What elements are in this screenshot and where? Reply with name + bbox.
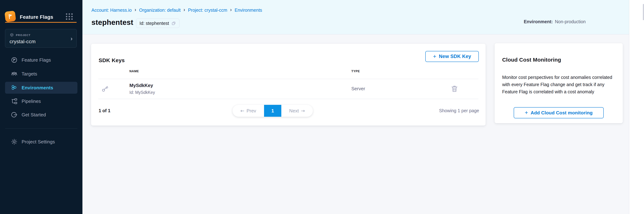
arrow-right-icon: → <box>301 108 305 113</box>
module-switcher-icon[interactable] <box>66 13 74 21</box>
copy-icon[interactable] <box>171 21 176 26</box>
sdk-keys-title: SDK Keys <box>99 57 125 63</box>
cloud-cost-card: Cloud Cost Monitoring Monitor cost persp… <box>494 43 623 123</box>
sidebar-divider <box>5 128 78 129</box>
table-divider <box>98 99 478 99</box>
pagination: ← Prev 1 Next → <box>232 105 313 117</box>
environment-id-chip[interactable]: Id: stephentest <box>136 19 180 28</box>
page-header: Account: Harness.io › Organization: defa… <box>82 0 629 34</box>
flag-circle-icon <box>11 57 18 63</box>
sdk-keys-card: SDK Keys + New SDK Key NAME TYPE MySdkKe… <box>91 44 486 126</box>
chevron-right-icon: › <box>230 8 232 12</box>
project-name: crystal-ccm <box>10 39 36 45</box>
brand-underline <box>5 22 77 23</box>
sdk-key-type: Server <box>351 86 365 92</box>
get-started-icon <box>11 111 18 118</box>
sidebar-item-project-settings[interactable]: Project Settings <box>5 136 78 148</box>
breadcrumb-project[interactable]: Project: crystal-ccm <box>188 8 227 13</box>
project-selector[interactable]: PROJECT crystal-ccm › <box>5 29 77 48</box>
sidebar-item-get-started[interactable]: Get Started <box>5 109 78 121</box>
pipelines-icon <box>11 98 18 105</box>
chevron-right-icon: › <box>135 8 136 12</box>
chevron-right-icon: › <box>184 8 185 12</box>
page-root: Feature Flags PROJECT crystal-ccm › <box>0 0 644 214</box>
showing-per-page: Showing 1 per page <box>439 108 479 113</box>
module-title: Feature Flags <box>20 14 53 20</box>
main-content: SDK Keys + New SDK Key NAME TYPE MySdkKe… <box>82 34 629 214</box>
page-number-button[interactable]: 1 <box>264 105 281 117</box>
cloud-cost-description: Monitor cost perspectives for cost anoma… <box>502 74 615 95</box>
column-header-type: TYPE <box>351 70 360 73</box>
column-header-name: NAME <box>130 70 139 73</box>
environments-icon <box>11 84 18 91</box>
right-panel-strip <box>629 0 644 214</box>
environment-type-label: Environment: <box>524 19 553 24</box>
breadcrumb-account[interactable]: Account: Harness.io <box>92 8 132 13</box>
sidebar-item-label: Project Settings <box>22 139 55 145</box>
scrollbar-thumb[interactable] <box>643 4 644 20</box>
environment-type-value: Non-production <box>555 19 586 24</box>
sidebar-item-environments[interactable]: Environments <box>5 82 78 94</box>
environment-id-text: Id: stephentest <box>140 21 169 26</box>
project-cube-icon <box>10 33 14 37</box>
breadcrumb: Account: Harness.io › Organization: defa… <box>92 8 262 13</box>
table-divider <box>98 79 478 79</box>
arrow-left-icon: ← <box>240 108 244 113</box>
sidebar-item-targets[interactable]: Targets <box>5 68 78 80</box>
cloud-cost-title: Cloud Cost Monitoring <box>502 57 561 63</box>
breadcrumb-environments[interactable]: Environments <box>235 8 262 13</box>
sdk-key-name: MySdkKey <box>130 83 153 88</box>
next-page-button[interactable]: Next → <box>281 105 313 117</box>
add-cloud-cost-button[interactable]: + Add Cloud Cost monitoring <box>514 107 604 118</box>
new-sdk-key-button[interactable]: + New SDK Key <box>425 51 479 62</box>
sidebar-item-label: Targets <box>22 71 37 77</box>
gear-icon <box>11 138 18 145</box>
plus-icon: + <box>433 54 436 59</box>
brand-row: Feature Flags <box>0 0 82 22</box>
targets-icon <box>11 70 18 77</box>
sdk-key-icon <box>101 85 109 93</box>
page-title: stephentest <box>92 18 133 27</box>
sidebar-item-label: Feature Flags <box>22 57 51 63</box>
prev-page-button[interactable]: ← Prev <box>232 105 264 117</box>
sidebar-item-label: Pipelines <box>22 99 41 104</box>
feature-flags-logo-icon[interactable] <box>4 11 16 22</box>
plus-icon: + <box>525 110 528 115</box>
project-label: PROJECT <box>16 34 30 37</box>
chevron-right-icon: › <box>70 35 72 42</box>
sdk-key-id: Id: MySdkKey <box>130 90 155 95</box>
sidebar-item-label: Environments <box>22 85 53 91</box>
sidebar-item-label: Get Started <box>22 112 46 118</box>
row-count: 1 of 1 <box>99 108 110 113</box>
sidebar-item-feature-flags[interactable]: Feature Flags <box>5 54 78 66</box>
sidebar-item-pipelines[interactable]: Pipelines <box>5 95 78 107</box>
delete-sdk-key-button[interactable] <box>450 85 458 93</box>
environment-type: Environment: Non-production <box>524 19 586 24</box>
sidebar: Feature Flags PROJECT crystal-ccm › <box>0 0 82 214</box>
breadcrumb-organization[interactable]: Organization: default <box>139 8 181 13</box>
